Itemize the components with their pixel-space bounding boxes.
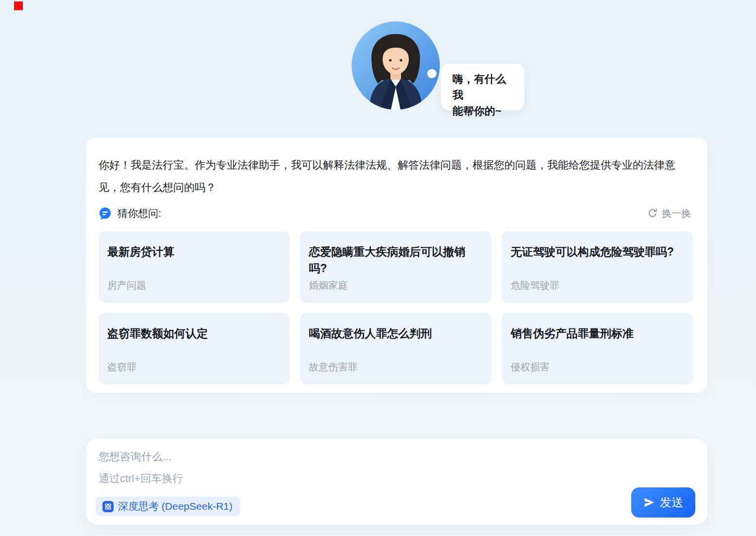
suggestion-category: 侵权损害 bbox=[511, 361, 684, 374]
send-label: 发送 bbox=[660, 495, 683, 510]
suggestion-category: 盗窃罪 bbox=[107, 361, 281, 374]
suggestion-card-mortgage[interactable]: 最新房贷计算 房产问题 bbox=[99, 231, 289, 303]
refresh-suggestions-button[interactable]: 换一换 bbox=[647, 207, 693, 220]
suggestion-title: 盗窃罪数额如何认定 bbox=[107, 325, 281, 342]
suggestion-title: 销售伪劣产品罪量刑标准 bbox=[511, 325, 684, 342]
send-button[interactable]: 发送 bbox=[631, 487, 695, 518]
suggestion-category: 故意伤害罪 bbox=[309, 361, 482, 374]
suggestion-card-marriage[interactable]: 恋爱隐瞒重大疾病婚后可以撤销吗? 婚姻家庭 bbox=[300, 231, 491, 303]
refresh-icon bbox=[647, 208, 658, 219]
suggestion-card-assault[interactable]: 喝酒故意伤人罪怎么判刑 故意伤害罪 bbox=[300, 313, 491, 384]
assistant-avatar bbox=[352, 21, 440, 110]
suggestion-card-counterfeit[interactable]: 销售伪劣产品罪量刑标准 侵权损害 bbox=[502, 313, 693, 384]
assistant-message-card: 你好！我是法行宝。作为专业法律助手，我可以解释法律法规、解答法律问题，根据您的问… bbox=[86, 138, 707, 393]
red-marker bbox=[14, 1, 23, 10]
refresh-label: 换一换 bbox=[662, 207, 691, 220]
suggestion-card-driving[interactable]: 无证驾驶可以构成危险驾驶罪吗? 危险驾驶罪 bbox=[502, 231, 693, 303]
suggestion-category: 房产问题 bbox=[107, 279, 281, 292]
suggestion-category: 婚姻家庭 bbox=[309, 279, 482, 292]
suggestions-header: 猜你想问: 换一换 bbox=[99, 206, 693, 221]
chat-bubble-icon bbox=[99, 207, 112, 220]
suggestions-label: 猜你想问: bbox=[118, 207, 161, 220]
input-placeholder: 您想咨询什么... bbox=[99, 450, 695, 464]
suggestion-title: 喝酒故意伤人罪怎么判刑 bbox=[309, 325, 482, 342]
speech-bubble: 嗨，有什么我 能帮你的~ bbox=[441, 64, 524, 110]
chat-input[interactable]: 您想咨询什么... 通过ctrl+回车换行 bbox=[99, 450, 695, 486]
avatar-illustration bbox=[352, 21, 440, 110]
suggestion-category: 危险驾驶罪 bbox=[511, 279, 684, 292]
deep-think-toggle[interactable]: 深度思考 (DeepSeek-R1) bbox=[96, 497, 240, 516]
speech-bubble-line2: 能帮你的~ bbox=[453, 103, 513, 119]
suggestion-title: 恋爱隐瞒重大疾病婚后可以撤销吗? bbox=[309, 243, 482, 277]
suggestion-title: 无证驾驶可以构成危险驾驶罪吗? bbox=[511, 243, 684, 260]
send-icon bbox=[643, 497, 655, 508]
speech-bubble-line1: 嗨，有什么我 bbox=[453, 71, 513, 103]
bubble-connector-dot bbox=[427, 69, 437, 78]
deepseek-icon bbox=[102, 501, 114, 512]
suggestion-grid: 最新房贷计算 房产问题 恋爱隐瞒重大疾病婚后可以撤销吗? 婚姻家庭 无证驾驶可以… bbox=[99, 231, 693, 384]
deep-think-label: 深度思考 (DeepSeek-R1) bbox=[118, 500, 233, 513]
composer: 您想咨询什么... 通过ctrl+回车换行 深度思考 (DeepSeek-R1)… bbox=[86, 439, 707, 525]
assistant-greeting: 你好！我是法行宝。作为专业法律助手，我可以解释法律法规、解答法律问题，根据您的问… bbox=[99, 154, 693, 199]
suggestion-card-theft[interactable]: 盗窃罪数额如何认定 盗窃罪 bbox=[99, 313, 289, 384]
input-hint: 通过ctrl+回车换行 bbox=[99, 471, 695, 486]
chat-page: 嗨，有什么我 能帮你的~ 你好！我是法行宝。作为专业法律助手，我可以解释法律法规… bbox=[0, 0, 756, 536]
suggestion-title: 最新房贷计算 bbox=[107, 243, 281, 260]
